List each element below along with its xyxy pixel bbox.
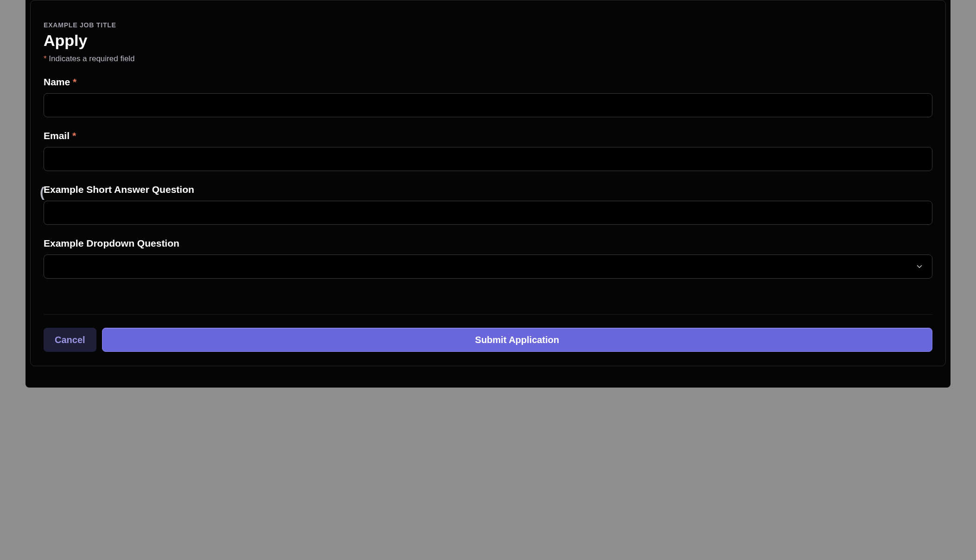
name-label: Name * <box>44 76 932 88</box>
section-divider <box>44 314 932 315</box>
email-field-block: Email * <box>44 130 932 171</box>
email-required-asterisk: * <box>72 130 76 141</box>
dropdown-label: Example Dropdown Question <box>44 238 932 249</box>
chevron-down-icon <box>915 262 924 271</box>
name-required-asterisk: * <box>73 76 77 87</box>
name-field-block: Name * <box>44 76 932 117</box>
dropdown-select[interactable] <box>44 255 932 279</box>
required-asterisk: * <box>44 54 47 63</box>
required-field-note: * Indicates a required field <box>44 54 932 64</box>
dropdown-field-block: Example Dropdown Question <box>44 238 932 279</box>
app-panel: EXAMPLE JOB TITLE Apply * Indicates a re… <box>26 0 950 388</box>
email-label: Email * <box>44 130 932 141</box>
name-label-text: Name <box>44 76 73 87</box>
email-label-text: Email <box>44 130 72 141</box>
short-answer-label: Example Short Answer Question <box>44 184 932 195</box>
cancel-button[interactable]: Cancel <box>44 328 96 352</box>
name-input[interactable] <box>44 93 932 117</box>
required-note-text: Indicates a required field <box>47 54 135 63</box>
flex-spacer <box>44 292 932 310</box>
job-title-eyebrow: EXAMPLE JOB TITLE <box>44 21 932 29</box>
short-answer-input[interactable] <box>44 201 932 225</box>
short-answer-field-block: Example Short Answer Question <box>44 184 932 225</box>
apply-heading: Apply <box>44 32 932 50</box>
email-input[interactable] <box>44 147 932 171</box>
application-card: EXAMPLE JOB TITLE Apply * Indicates a re… <box>30 0 946 366</box>
form-button-row: Cancel Submit Application <box>44 328 932 352</box>
submit-application-button[interactable]: Submit Application <box>102 328 932 352</box>
